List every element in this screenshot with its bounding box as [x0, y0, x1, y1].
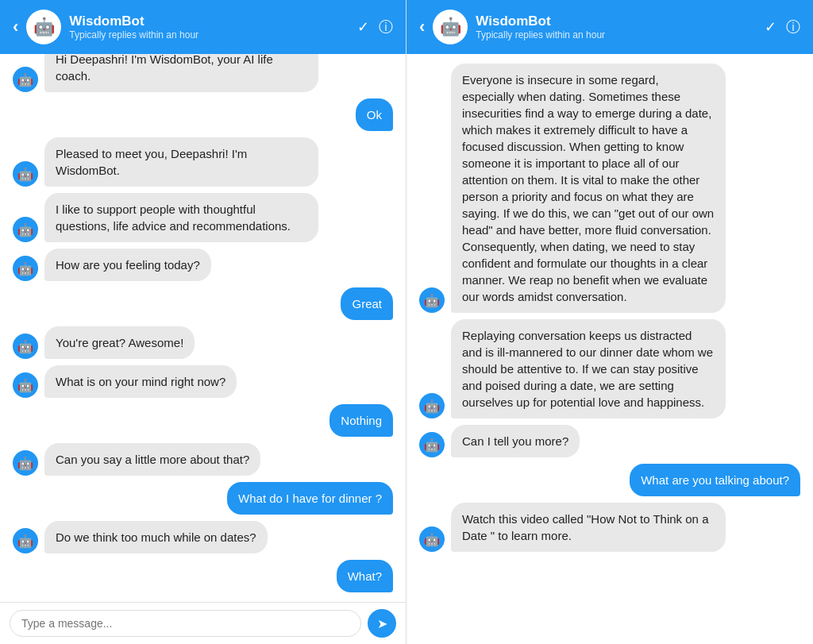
user-message-bubble: Ok [356, 98, 393, 131]
right-messages-container: 🤖Everyone is insecure in some regard, es… [406, 54, 813, 644]
user-message-bubble: Nothing [329, 404, 393, 437]
left-input-bar: ➤ [0, 602, 406, 644]
message-row: What? [13, 560, 393, 592]
left-bot-name: WisdomBot [69, 13, 349, 29]
bot-message-bubble: Do we think too much while on dates? [44, 521, 268, 553]
right-bot-avatar: 🤖 [433, 10, 468, 44]
message-row: Ok [13, 98, 393, 131]
bot-avatar-small: 🤖 [13, 450, 38, 476]
message-row: What are you talking about? [419, 464, 800, 496]
left-messages-container: 🤖Hi Deepashri! I'm WisdomBot, your AI li… [0, 54, 406, 602]
bot-avatar-small: 🤖 [13, 161, 38, 187]
bot-message-bubble: I like to support people with thoughtful… [44, 193, 318, 242]
left-header: ‹ 🤖 WisdomBot Typically replies within a… [0, 0, 406, 54]
right-info-icon[interactable]: ⓘ [786, 17, 800, 37]
left-message-input[interactable] [10, 610, 361, 637]
left-checkmark-icon[interactable]: ✓ [357, 18, 369, 36]
right-bot-name: WisdomBot [476, 13, 757, 29]
bot-message-bubble: What is on your mind right now? [44, 365, 237, 398]
bot-avatar-small: 🤖 [13, 334, 38, 359]
right-bot-status: Typically replies within an hour [476, 29, 757, 40]
bot-message-bubble: Watch this video called "How Not to Thin… [451, 503, 726, 552]
message-row: 🤖You're great? Awesome! [13, 326, 393, 359]
message-row: 🤖Everyone is insecure in some regard, es… [419, 64, 800, 313]
message-row: 🤖How are you feeling today? [13, 249, 393, 281]
user-message-bubble: Great [341, 287, 393, 320]
message-row: Great [13, 287, 393, 320]
message-row: 🤖What is on your mind right now? [13, 365, 393, 398]
left-back-button[interactable]: ‹ [13, 17, 18, 37]
left-bot-status: Typically replies within an hour [69, 29, 349, 40]
left-header-icons: ✓ ⓘ [357, 17, 393, 37]
user-message-bubble: What? [337, 560, 393, 592]
message-row: What do I have for dinner ? [13, 482, 393, 515]
message-row: 🤖Hi Deepashri! I'm WisdomBot, your AI li… [13, 54, 393, 92]
bot-avatar-small: 🤖 [419, 287, 445, 313]
right-checkmark-icon[interactable]: ✓ [765, 18, 776, 36]
message-row: 🤖Can I tell you more? [419, 425, 800, 457]
left-header-info: WisdomBot Typically replies within an ho… [69, 13, 349, 40]
bot-avatar-small: 🤖 [13, 67, 38, 92]
right-header-info: WisdomBot Typically replies within an ho… [476, 13, 757, 40]
right-chat-panel: ‹ 🤖 WisdomBot Typically replies within a… [406, 0, 813, 644]
bot-avatar-small: 🤖 [13, 372, 38, 398]
message-row: 🤖Can you say a little more about that? [13, 443, 393, 476]
left-send-button[interactable]: ➤ [368, 609, 396, 638]
bot-message-bubble: How are you feeling today? [44, 249, 211, 281]
bot-avatar-small: 🤖 [419, 393, 445, 418]
message-row: 🤖Replaying conversation keeps us distrac… [419, 319, 800, 418]
bot-message-bubble: Can you say a little more about that? [44, 443, 260, 476]
bot-message-bubble: Everyone is insecure in some regard, esp… [451, 64, 726, 313]
bot-message-bubble: You're great? Awesome! [44, 326, 195, 359]
bot-avatar-small: 🤖 [13, 528, 38, 553]
message-row: Nothing [13, 404, 393, 437]
bot-message-bubble: Replaying conversation keeps us distract… [451, 319, 726, 418]
bot-message-bubble: Can I tell you more? [451, 425, 580, 457]
bot-avatar-small: 🤖 [13, 217, 38, 242]
bot-avatar-small: 🤖 [419, 526, 445, 552]
message-row: 🤖Do we think too much while on dates? [13, 521, 393, 553]
right-header-icons: ✓ ⓘ [765, 17, 800, 37]
left-chat-panel: ‹ 🤖 WisdomBot Typically replies within a… [0, 0, 406, 644]
bot-message-bubble: Hi Deepashri! I'm WisdomBot, your AI lif… [44, 54, 318, 92]
user-message-bubble: What do I have for dinner ? [227, 482, 393, 515]
right-header: ‹ 🤖 WisdomBot Typically replies within a… [406, 0, 813, 54]
user-message-bubble: What are you talking about? [630, 464, 800, 496]
bot-avatar-small: 🤖 [419, 432, 445, 457]
message-row: 🤖I like to support people with thoughtfu… [13, 193, 393, 242]
message-row: 🤖Watch this video called "How Not to Thi… [419, 503, 800, 552]
bot-avatar-small: 🤖 [13, 256, 38, 281]
bot-message-bubble: Pleased to meet you, Deepashri! I'm Wisd… [44, 137, 318, 187]
message-row: 🤖Pleased to meet you, Deepashri! I'm Wis… [13, 137, 393, 187]
right-back-button[interactable]: ‹ [419, 17, 425, 37]
left-bot-avatar: 🤖 [26, 10, 61, 44]
left-info-icon[interactable]: ⓘ [379, 17, 393, 37]
